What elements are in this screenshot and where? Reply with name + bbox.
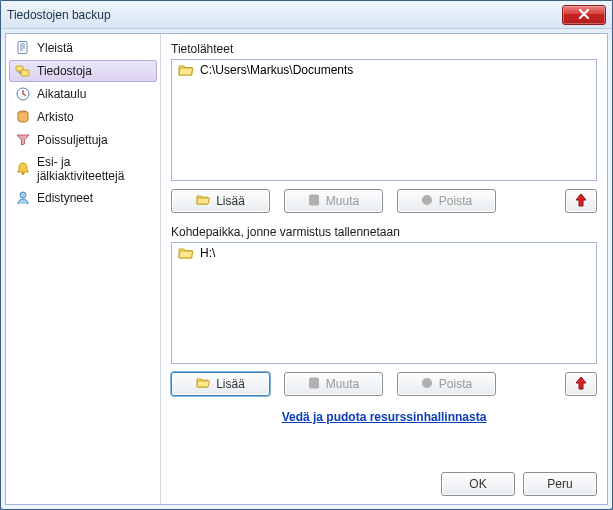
sidebar-item-advanced[interactable]: Edistyneet — [9, 187, 157, 209]
close-button[interactable] — [562, 5, 606, 25]
filter-icon — [15, 132, 31, 148]
button-label: Muuta — [326, 377, 359, 391]
sidebar-item-label: Aikataulu — [37, 87, 86, 101]
button-label: Lisää — [216, 194, 245, 208]
sidebar: Yleistä Tiedostoja Aikataulu Arkisto — [6, 34, 161, 504]
dialog-buttons: OK Peru — [171, 462, 597, 496]
clock-icon — [15, 86, 31, 102]
sidebar-item-label: Yleistä — [37, 41, 73, 55]
button-label: Lisää — [216, 377, 245, 391]
properties-icon — [308, 377, 320, 392]
folder-add-icon — [196, 377, 210, 392]
window-title: Tiedostojen backup — [7, 8, 111, 22]
button-label: Poista — [439, 377, 472, 391]
sources-label: Tietolähteet — [171, 42, 597, 56]
sources-list[interactable]: C:\Users\Markus\Documents — [171, 59, 597, 181]
sidebar-item-activities[interactable]: Esi- ja jälkiaktiviteettejä — [9, 152, 157, 186]
dest-remove-button[interactable]: Poista — [397, 372, 496, 396]
folder-open-icon — [178, 63, 194, 77]
sources-edit-button[interactable]: Muuta — [284, 189, 383, 213]
folder-open-icon — [178, 246, 194, 260]
prohibit-icon — [421, 194, 433, 209]
ok-button[interactable]: OK — [441, 472, 515, 496]
folder-add-icon — [196, 194, 210, 209]
dest-label: Kohdepaikka, jonne varmistus tallennetaa… — [171, 225, 597, 239]
button-label: Peru — [547, 477, 572, 491]
sidebar-item-schedule[interactable]: Aikataulu — [9, 83, 157, 105]
database-icon — [15, 109, 31, 125]
sidebar-item-files[interactable]: Tiedostoja — [9, 60, 157, 82]
svg-point-5 — [22, 172, 25, 175]
client-area: Yleistä Tiedostoja Aikataulu Arkisto — [5, 33, 608, 505]
sources-add-button[interactable]: Lisää — [171, 189, 270, 213]
list-item[interactable]: H:\ — [172, 243, 596, 263]
titlebar: Tiedostojen backup — [1, 1, 612, 29]
svg-point-6 — [20, 192, 26, 198]
sidebar-item-label: Edistyneet — [37, 191, 93, 205]
user-icon — [15, 190, 31, 206]
sources-moveup-button[interactable] — [565, 189, 597, 213]
button-label: Muuta — [326, 194, 359, 208]
list-item-path: C:\Users\Markus\Documents — [200, 63, 353, 77]
sidebar-item-label: Esi- ja jälkiaktiviteettejä — [37, 155, 149, 183]
list-item-path: H:\ — [200, 246, 215, 260]
dest-list[interactable]: H:\ — [171, 242, 597, 364]
properties-icon — [308, 194, 320, 209]
dest-moveup-button[interactable] — [565, 372, 597, 396]
sidebar-item-general[interactable]: Yleistä — [9, 37, 157, 59]
list-item[interactable]: C:\Users\Markus\Documents — [172, 60, 596, 80]
arrow-up-icon — [575, 376, 587, 393]
bell-icon — [15, 161, 31, 177]
page-icon — [15, 40, 31, 56]
sidebar-item-label: Tiedostoja — [37, 64, 92, 78]
close-icon — [578, 9, 590, 20]
prohibit-icon — [421, 377, 433, 392]
svg-rect-2 — [21, 70, 29, 76]
sources-buttons: Lisää Muuta Poista — [171, 189, 597, 213]
sidebar-item-archive[interactable]: Arkisto — [9, 106, 157, 128]
drag-drop-link[interactable]: Vedä ja pudota resurssinhallinnasta — [171, 410, 597, 424]
dest-buttons: Lisää Muuta Poista — [171, 372, 597, 396]
button-label: OK — [469, 477, 486, 491]
button-label: Poista — [439, 194, 472, 208]
cancel-button[interactable]: Peru — [523, 472, 597, 496]
folder-tree-icon — [15, 63, 31, 79]
sidebar-item-label: Arkisto — [37, 110, 74, 124]
sidebar-item-excluded[interactable]: Poissuljettuja — [9, 129, 157, 151]
arrow-up-icon — [575, 193, 587, 210]
sources-remove-button[interactable]: Poista — [397, 189, 496, 213]
dest-edit-button[interactable]: Muuta — [284, 372, 383, 396]
dest-add-button[interactable]: Lisää — [171, 372, 270, 396]
sidebar-item-label: Poissuljettuja — [37, 133, 108, 147]
main-panel: Tietolähteet C:\Users\Markus\Documents L… — [161, 34, 607, 504]
window: Tiedostojen backup Yleistä Tiedostoja — [0, 0, 613, 510]
